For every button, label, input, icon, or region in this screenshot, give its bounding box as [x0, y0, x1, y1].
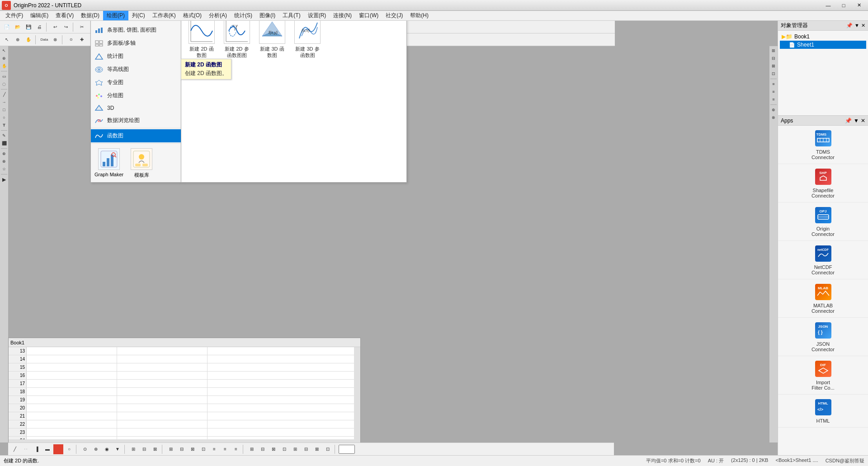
- mask-btn[interactable]: ⊗: [50, 35, 60, 45]
- table-cell[interactable]: [117, 428, 208, 437]
- menu-edit[interactable]: 编辑(E): [27, 11, 52, 20]
- table-cell[interactable]: [27, 388, 117, 396]
- bt-m3[interactable]: ⊕: [91, 444, 101, 454]
- app-opj[interactable]: OPJ OriginConnector: [778, 202, 868, 241]
- maximize-button[interactable]: □: [836, 1, 851, 10]
- bt-align6[interactable]: ⊟: [301, 444, 311, 454]
- pointer-tool[interactable]: ↖: [0, 47, 8, 54]
- table-cell[interactable]: [27, 404, 117, 412]
- redo-btn[interactable]: ↪: [61, 22, 71, 32]
- gm-group[interactable]: 分组图: [91, 89, 181, 102]
- table-cell[interactable]: [117, 347, 208, 355]
- bt-h3[interactable]: ⊠: [188, 444, 198, 454]
- new-btn[interactable]: 📄: [2, 22, 12, 32]
- table-cell[interactable]: [27, 380, 117, 388]
- table-cell[interactable]: [117, 420, 208, 428]
- bt-m2[interactable]: ⊙: [80, 444, 90, 454]
- new2d-item[interactable]: 新建 2D 函数图: [186, 15, 217, 61]
- bt-align5[interactable]: ⊞: [290, 444, 300, 454]
- menu-connect[interactable]: 连接(N): [330, 11, 355, 20]
- menu-view[interactable]: 查看(V): [52, 11, 77, 20]
- bt-g1[interactable]: ⊞: [128, 444, 138, 454]
- menu-window[interactable]: 窗口(W): [355, 11, 382, 20]
- menu-help[interactable]: 帮助(H): [406, 11, 432, 20]
- lasso-tool[interactable]: ◌: [0, 80, 8, 88]
- cross-btn[interactable]: ✚: [77, 35, 87, 45]
- bt-g3[interactable]: ⊠: [150, 444, 160, 454]
- menu-graph[interactable]: 绘图(P): [103, 11, 128, 20]
- line-tool[interactable]: ╱: [0, 91, 8, 98]
- obj-arrow-btn[interactable]: ▼: [854, 23, 859, 28]
- rvt-btn2[interactable]: ⊟: [770, 55, 777, 62]
- table-cell[interactable]: [27, 363, 117, 372]
- app-json[interactable]: JSON { } JSONConnector: [778, 318, 868, 356]
- bt-align7[interactable]: ⊠: [312, 444, 322, 454]
- obj-close-btn[interactable]: ✕: [861, 23, 865, 28]
- save-btn[interactable]: 💾: [24, 22, 33, 32]
- text-tool[interactable]: T: [0, 122, 8, 129]
- table-cell[interactable]: [117, 363, 208, 372]
- gm-function[interactable]: 函数图: [91, 129, 181, 142]
- app-netcdf[interactable]: netCDF NetCDFConnector: [778, 241, 868, 279]
- template-item[interactable]: 模板库: [131, 148, 152, 179]
- close-button[interactable]: ✕: [852, 1, 866, 10]
- om-book1[interactable]: ▶📁 Book1: [780, 33, 866, 41]
- app-shp[interactable]: SHP ShapefileConnector: [778, 164, 868, 202]
- bt-m1[interactable]: ○: [64, 444, 74, 454]
- rvt-btn9[interactable]: ⊗: [770, 114, 777, 121]
- bt-line[interactable]: ╱: [10, 444, 20, 454]
- table-cell[interactable]: [117, 412, 208, 420]
- rvt-btn4[interactable]: ⊡: [770, 70, 777, 77]
- bt-h7[interactable]: ≡: [231, 444, 241, 454]
- app-html[interactable]: HTML </> HTML: [778, 395, 868, 428]
- rvt-btn3[interactable]: ⊠: [770, 62, 777, 70]
- bt-bar[interactable]: ▐: [32, 444, 42, 454]
- table-cell[interactable]: [27, 372, 117, 380]
- undo-btn[interactable]: ↩: [50, 22, 60, 32]
- fill-tool[interactable]: ⬛: [0, 140, 8, 147]
- table-cell[interactable]: [117, 372, 208, 380]
- bt-h1[interactable]: ⊞: [166, 444, 176, 454]
- print-btn[interactable]: 🖨: [34, 22, 44, 32]
- gm-specialty[interactable]: 专业图: [91, 76, 181, 89]
- bt-col[interactable]: ▬: [42, 444, 52, 454]
- app-tdms[interactable]: TDMS TDMSConnector: [778, 126, 868, 164]
- table-cell[interactable]: [117, 380, 208, 388]
- arrow-tool[interactable]: →: [0, 99, 8, 106]
- menu-statistics[interactable]: 统计(S): [231, 11, 256, 20]
- scroll-vertical[interactable]: [354, 347, 360, 439]
- bt-align3[interactable]: ⊠: [269, 444, 278, 454]
- obj-pin-btn[interactable]: 📌: [846, 23, 853, 28]
- zoom-level-input[interactable]: 10: [339, 445, 355, 454]
- new2dparam-item[interactable]: x,y (i) 新建 2D 参函数图图: [221, 15, 253, 61]
- pointer-btn[interactable]: ↖: [2, 35, 12, 45]
- menu-analysis[interactable]: 分析(A): [205, 11, 231, 20]
- picker[interactable]: ☆: [0, 165, 8, 173]
- expand-btn[interactable]: ▶: [0, 176, 8, 183]
- bt-h6[interactable]: ≡: [220, 444, 230, 454]
- gm-stats[interactable]: 统计图: [91, 50, 181, 63]
- zoom-btn[interactable]: ⊕: [13, 35, 23, 45]
- menu-community[interactable]: 社交(J): [382, 11, 406, 20]
- bt-drop[interactable]: ▼: [113, 444, 123, 454]
- table-cell[interactable]: [117, 388, 208, 396]
- bt-g2[interactable]: ⊟: [139, 444, 149, 454]
- graph-maker-item[interactable]: Graph Maker: [94, 148, 123, 179]
- data-reader[interactable]: ⊕: [0, 150, 8, 157]
- bt-align2[interactable]: ⊟: [258, 444, 268, 454]
- table-cell[interactable]: [27, 355, 117, 363]
- rvt-btn1[interactable]: ⊞: [770, 47, 777, 54]
- menu-tools[interactable]: 工具(T): [279, 11, 304, 20]
- gm-bar[interactable]: 条形图, 饼图, 面积图: [91, 24, 181, 37]
- bt-align8[interactable]: ⊡: [323, 444, 333, 454]
- menu-worksheet[interactable]: 工作表(K): [149, 11, 179, 20]
- menu-format[interactable]: 格式(O): [179, 11, 205, 20]
- ellipse-tool[interactable]: ○: [0, 114, 8, 121]
- menu-image[interactable]: 图像(I): [256, 11, 279, 20]
- menu-file[interactable]: 文件(F): [2, 11, 27, 20]
- brush-tool[interactable]: ✎: [0, 132, 8, 139]
- apps-close-btn[interactable]: ✕: [861, 118, 865, 124]
- app-matlab[interactable]: MLAB MATLABConnector: [778, 279, 868, 318]
- bt-m4[interactable]: ◉: [102, 444, 112, 454]
- bt-h5[interactable]: ≡: [209, 444, 219, 454]
